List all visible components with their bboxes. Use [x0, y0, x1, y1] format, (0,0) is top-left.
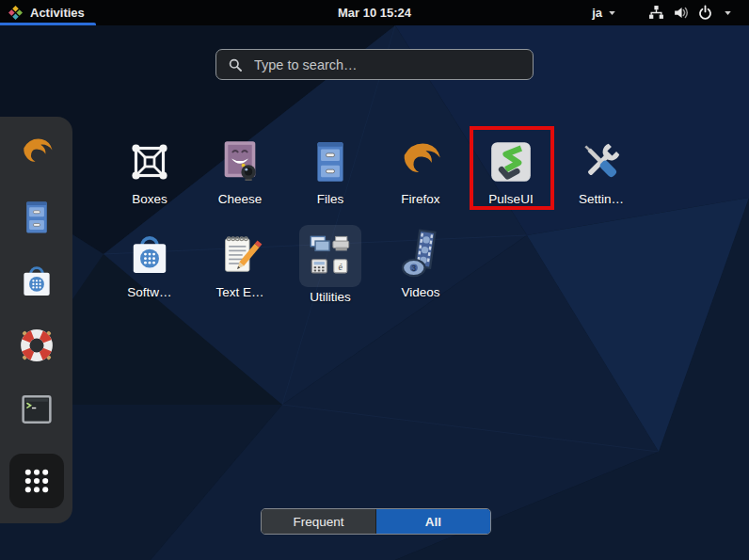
terminal-icon	[15, 388, 58, 431]
help-lifesaver-icon	[15, 324, 58, 367]
firefox-icon	[393, 135, 448, 189]
volume-icon	[673, 5, 689, 21]
frequent-tab[interactable]: Frequent	[262, 509, 376, 534]
app-label: Firefox	[401, 192, 439, 206]
caret-down-icon	[606, 7, 618, 19]
file-manager-icon	[303, 135, 358, 189]
app-label: Boxes	[132, 192, 167, 206]
all-tab[interactable]: All	[376, 509, 490, 534]
search-input[interactable]	[252, 56, 521, 73]
app-label: Files	[317, 192, 344, 206]
app-grid-row-1: Boxes Cheese Files Firefox PulseUI Setti…	[104, 132, 648, 225]
app-pulseui[interactable]: PulseUI	[466, 132, 556, 225]
boxes-icon	[122, 135, 177, 189]
application-grid: Boxes Cheese Files Firefox PulseUI Setti…	[104, 132, 648, 318]
app-label: Videos	[401, 285, 439, 299]
dock-item-firefox[interactable]	[15, 132, 58, 175]
dock-item-software[interactable]	[15, 260, 58, 303]
distro-logo-icon	[8, 5, 24, 21]
view-switcher: Frequent All	[261, 508, 491, 535]
top-bar: Activities Mar 10 15:24 ja	[0, 0, 749, 25]
user-label: ja	[592, 6, 602, 20]
activities-button[interactable]: Activities	[0, 0, 96, 25]
app-label: Settin…	[579, 192, 624, 206]
app-text-editor[interactable]: Text E…	[195, 225, 285, 318]
dash	[0, 117, 72, 523]
user-menu[interactable]: ja	[584, 0, 626, 25]
app-boxes[interactable]: Boxes	[104, 132, 195, 225]
app-label: Cheese	[218, 192, 263, 206]
app-grid-row-2: Softw… Text E… Utilities Videos	[104, 225, 648, 318]
app-grid-icon	[17, 461, 56, 501]
app-label: Softw…	[127, 285, 171, 299]
clock[interactable]: Mar 10 15:24	[328, 0, 421, 25]
network-wired-icon	[648, 5, 664, 21]
search-icon	[228, 57, 243, 72]
app-label: Text E…	[215, 285, 263, 299]
dock-item-help[interactable]	[15, 324, 58, 367]
software-icon	[15, 260, 58, 303]
search-bar[interactable]	[215, 49, 534, 80]
videos-icon	[393, 228, 448, 282]
app-software[interactable]: Softw…	[104, 225, 195, 318]
dock-item-terminal[interactable]	[15, 388, 58, 431]
caret-down-icon	[722, 7, 734, 19]
app-settings[interactable]: Settin…	[556, 132, 646, 225]
system-status-area[interactable]	[626, 0, 740, 25]
software-icon	[122, 228, 177, 282]
app-firefox[interactable]: Firefox	[375, 132, 466, 225]
file-manager-icon	[15, 196, 58, 239]
app-label: PulseUI	[488, 192, 533, 206]
power-icon	[697, 5, 713, 21]
folder-tile	[299, 225, 361, 287]
pulseui-icon	[484, 135, 538, 189]
cheese-icon	[213, 135, 267, 189]
folder-utilities[interactable]: Utilities	[285, 225, 375, 318]
app-label: Utilities	[310, 290, 351, 304]
activities-label: Activities	[30, 6, 85, 20]
app-files[interactable]: Files	[285, 132, 375, 225]
utilities-folder-icon	[302, 228, 359, 284]
app-videos[interactable]: Videos	[375, 225, 466, 318]
show-applications-button[interactable]	[9, 454, 64, 508]
settings-icon	[574, 135, 629, 189]
app-cheese[interactable]: Cheese	[195, 132, 285, 225]
dock-item-files[interactable]	[15, 196, 58, 239]
firefox-icon	[15, 132, 58, 175]
text-editor-icon	[213, 228, 267, 282]
topbar-right: ja	[584, 0, 749, 25]
